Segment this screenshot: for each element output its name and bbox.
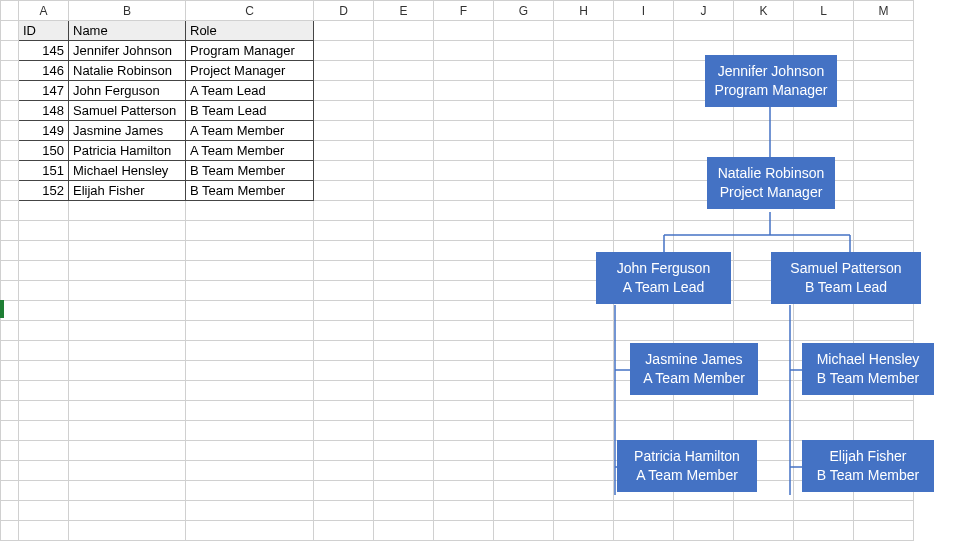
cell[interactable] — [734, 321, 794, 341]
cell[interactable] — [494, 41, 554, 61]
cell-role[interactable]: B Team Lead — [186, 101, 314, 121]
cell[interactable] — [186, 361, 314, 381]
row-header[interactable] — [1, 261, 19, 281]
cell[interactable] — [554, 441, 614, 461]
cell-id[interactable]: 151 — [19, 161, 69, 181]
org-node-a-team-member-1[interactable]: Jasmine James A Team Member — [630, 343, 758, 395]
row-header[interactable] — [1, 41, 19, 61]
cell[interactable] — [554, 421, 614, 441]
cell[interactable] — [434, 281, 494, 301]
cell[interactable] — [69, 361, 186, 381]
cell[interactable] — [434, 321, 494, 341]
cell[interactable] — [854, 161, 914, 181]
cell[interactable] — [434, 521, 494, 541]
cell-role[interactable]: Program Manager — [186, 41, 314, 61]
cell[interactable] — [494, 281, 554, 301]
table-row[interactable] — [1, 221, 914, 241]
cell[interactable] — [186, 321, 314, 341]
cell[interactable] — [614, 181, 674, 201]
table-row[interactable] — [1, 461, 914, 481]
cell[interactable] — [854, 81, 914, 101]
cell[interactable] — [794, 501, 854, 521]
cell[interactable] — [434, 21, 494, 41]
cell[interactable] — [614, 101, 674, 121]
col-header[interactable]: I — [614, 1, 674, 21]
cell[interactable] — [186, 481, 314, 501]
col-header[interactable]: G — [494, 1, 554, 21]
cell[interactable] — [614, 521, 674, 541]
cell[interactable] — [794, 521, 854, 541]
table-row[interactable] — [1, 481, 914, 501]
cell[interactable] — [314, 81, 374, 101]
cell[interactable] — [794, 401, 854, 421]
cell[interactable] — [734, 21, 794, 41]
cell[interactable] — [374, 181, 434, 201]
cell[interactable] — [69, 521, 186, 541]
cell-id[interactable]: 149 — [19, 121, 69, 141]
cell[interactable] — [494, 61, 554, 81]
cell[interactable] — [554, 41, 614, 61]
row-header[interactable] — [1, 461, 19, 481]
cell[interactable] — [186, 401, 314, 421]
col-header[interactable]: F — [434, 1, 494, 21]
cell[interactable] — [674, 401, 734, 421]
cell[interactable] — [554, 341, 614, 361]
cell[interactable] — [434, 261, 494, 281]
cell[interactable] — [69, 341, 186, 361]
cell[interactable] — [494, 521, 554, 541]
cell[interactable] — [494, 141, 554, 161]
cell[interactable] — [494, 321, 554, 341]
cell[interactable] — [186, 261, 314, 281]
table-row[interactable] — [1, 521, 914, 541]
table-row[interactable] — [1, 501, 914, 521]
cell[interactable] — [374, 481, 434, 501]
cell[interactable] — [19, 201, 69, 221]
cell[interactable] — [494, 81, 554, 101]
row-header[interactable] — [1, 101, 19, 121]
cell[interactable] — [554, 21, 614, 41]
cell[interactable] — [314, 301, 374, 321]
cell[interactable] — [374, 421, 434, 441]
cell[interactable] — [434, 81, 494, 101]
cell[interactable] — [434, 61, 494, 81]
cell[interactable] — [614, 21, 674, 41]
org-node-b-team-lead[interactable]: Samuel Patterson B Team Lead — [771, 252, 921, 304]
cell[interactable] — [674, 121, 734, 141]
cell[interactable] — [554, 361, 614, 381]
cell-id[interactable]: 146 — [19, 61, 69, 81]
cell[interactable] — [314, 521, 374, 541]
cell[interactable] — [554, 101, 614, 121]
table-row[interactable] — [1, 321, 914, 341]
cell[interactable] — [494, 341, 554, 361]
cell[interactable] — [494, 441, 554, 461]
cell[interactable] — [554, 181, 614, 201]
org-node-program-manager[interactable]: Jennifer Johnson Program Manager — [705, 55, 837, 107]
cell[interactable] — [494, 201, 554, 221]
cell[interactable] — [314, 141, 374, 161]
row-header[interactable] — [1, 61, 19, 81]
row-header[interactable] — [1, 281, 19, 301]
cell[interactable] — [614, 221, 674, 241]
cell[interactable] — [854, 501, 914, 521]
cell[interactable] — [374, 241, 434, 261]
org-node-b-team-member-1[interactable]: Michael Hensley B Team Member — [802, 343, 934, 395]
cell[interactable] — [494, 101, 554, 121]
cell[interactable] — [314, 61, 374, 81]
col-header[interactable]: E — [374, 1, 434, 21]
cell[interactable] — [794, 21, 854, 41]
row-header[interactable] — [1, 21, 19, 41]
cell[interactable] — [614, 201, 674, 221]
cell[interactable] — [434, 461, 494, 481]
cell[interactable] — [434, 421, 494, 441]
cell[interactable] — [374, 361, 434, 381]
row-header[interactable] — [1, 521, 19, 541]
row-header[interactable] — [1, 161, 19, 181]
cell[interactable] — [314, 461, 374, 481]
cell[interactable] — [19, 301, 69, 321]
cell-name[interactable]: Natalie Robinson — [69, 61, 186, 81]
cell[interactable] — [374, 341, 434, 361]
cell[interactable] — [69, 461, 186, 481]
cell[interactable] — [314, 21, 374, 41]
cell[interactable] — [374, 501, 434, 521]
cell[interactable] — [494, 121, 554, 141]
